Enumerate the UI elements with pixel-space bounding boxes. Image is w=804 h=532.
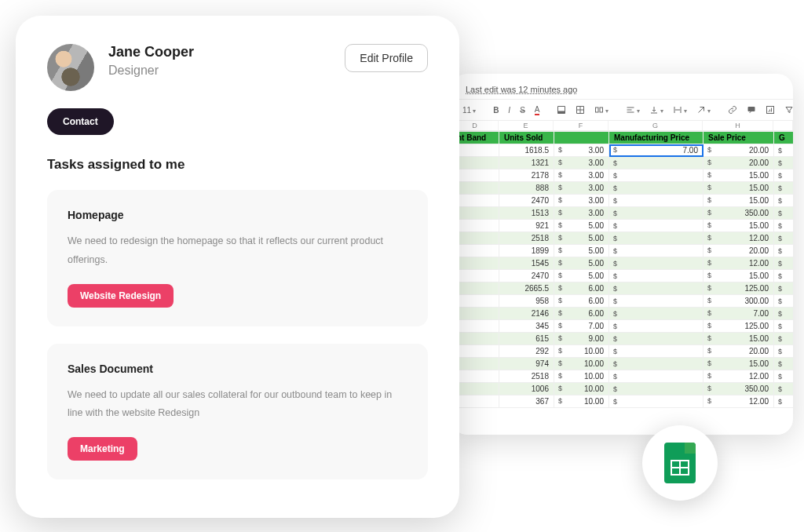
cell[interactable] [609, 395, 704, 408]
text-color-icon[interactable]: A [532, 104, 543, 117]
strikethrough-icon[interactable]: S [517, 104, 528, 116]
cell[interactable]: 2470 [499, 195, 554, 207]
cell[interactable] [609, 320, 704, 333]
col-letter[interactable]: G [608, 121, 703, 130]
cell[interactable]: 300.00 [704, 295, 774, 308]
cell[interactable]: 10.00 [554, 395, 609, 408]
table-row[interactable]: 3457.00125.00 [452, 320, 794, 333]
table-row[interactable]: 29210.0020.00 [452, 345, 794, 358]
cell[interactable] [774, 383, 794, 395]
cell[interactable]: 615 [499, 333, 554, 345]
cell[interactable]: 125.00 [704, 320, 774, 333]
cell[interactable]: 3.00 [554, 182, 609, 195]
insert-chart-icon[interactable] [762, 104, 778, 116]
cell[interactable]: 12.00 [704, 370, 774, 383]
cell[interactable] [609, 358, 704, 370]
cell[interactable]: 1899 [499, 245, 554, 257]
comment-icon[interactable] [744, 104, 759, 116]
cell[interactable] [774, 395, 794, 408]
cell[interactable]: 350.00 [704, 383, 774, 395]
table-row[interactable]: 6159.0015.00 [452, 333, 794, 345]
h-align-icon[interactable] [623, 104, 643, 116]
table-row[interactable]: 9586.00300.00 [452, 295, 794, 308]
cell[interactable]: 20.00 [704, 144, 774, 157]
cell[interactable] [609, 207, 704, 220]
column-header[interactable]: G [774, 132, 794, 144]
cell[interactable]: 7.00 [609, 144, 704, 157]
cell[interactable]: 9.00 [554, 333, 609, 345]
v-align-icon[interactable] [646, 104, 667, 116]
cell[interactable]: 1545 [499, 257, 554, 270]
table-row[interactable]: 8883.0015.00 [452, 182, 794, 195]
column-header[interactable]: Manufacturing Price [609, 132, 704, 144]
last-edit-status[interactable]: Last edit was 12 minutes ago [451, 74, 793, 99]
contact-button[interactable]: Contact [47, 108, 114, 135]
cell[interactable] [774, 157, 794, 169]
cell[interactable] [774, 232, 794, 245]
text-wrap-icon[interactable] [670, 104, 690, 116]
cell[interactable] [609, 257, 704, 270]
fill-color-icon[interactable] [554, 104, 569, 116]
cell[interactable]: 15.00 [704, 220, 774, 232]
cell[interactable] [774, 333, 794, 345]
cell[interactable]: 12.00 [704, 257, 774, 270]
cell[interactable]: 20.00 [704, 245, 774, 257]
cell[interactable] [609, 195, 704, 207]
cell[interactable]: 345 [499, 320, 554, 333]
task-tag[interactable]: Website Redesign [68, 284, 174, 308]
table-row[interactable]: 13213.0020.00 [452, 157, 794, 169]
table-row[interactable]: 24703.0015.00 [452, 195, 794, 207]
borders-icon[interactable] [572, 104, 588, 116]
cell[interactable] [609, 383, 704, 395]
table-row[interactable]: 1618.53.007.0020.00 [452, 144, 794, 157]
cell[interactable]: 6.00 [554, 308, 609, 320]
cell[interactable]: 3.00 [554, 195, 609, 207]
cell[interactable] [609, 345, 704, 358]
cell[interactable]: 958 [499, 295, 554, 308]
cell[interactable] [774, 195, 794, 207]
cell[interactable] [774, 169, 794, 182]
cell[interactable] [774, 257, 794, 270]
table-row[interactable]: 9215.0015.00 [452, 220, 794, 232]
table-row[interactable]: 15455.0012.00 [452, 257, 794, 270]
cell[interactable] [609, 333, 704, 345]
cell[interactable] [774, 295, 794, 308]
table-row[interactable]: 21783.0015.00 [452, 169, 794, 182]
cell[interactable]: 7.00 [704, 308, 774, 320]
column-header[interactable]: Units Sold [499, 132, 554, 144]
task-tag[interactable]: Marketing [68, 437, 137, 461]
table-row[interactable]: 24705.0015.00 [452, 270, 794, 282]
cell[interactable]: 125.00 [704, 282, 774, 295]
link-icon[interactable] [725, 104, 740, 116]
cell[interactable]: 2178 [499, 169, 554, 182]
cell[interactable] [609, 282, 704, 295]
cell[interactable]: 974 [499, 358, 554, 370]
cell[interactable]: 1321 [499, 157, 554, 169]
merge-cells-icon[interactable] [591, 104, 612, 116]
edit-profile-button[interactable]: Edit Profile [345, 44, 428, 72]
cell[interactable]: 10.00 [554, 383, 609, 395]
cell[interactable]: 2518 [499, 232, 554, 245]
cell[interactable]: 5.00 [554, 245, 609, 257]
cell[interactable]: 15.00 [704, 169, 774, 182]
cell[interactable] [774, 282, 794, 295]
cell[interactable]: 7.00 [554, 320, 609, 333]
cell[interactable]: 1618.5 [499, 144, 554, 157]
cell[interactable]: 2518 [499, 370, 554, 383]
table-row[interactable]: 18995.0020.00 [452, 245, 794, 257]
cell[interactable] [774, 182, 794, 195]
cell[interactable]: 1513 [499, 207, 554, 220]
table-row[interactable]: 36710.0012.00 [452, 395, 794, 408]
cell[interactable]: 2146 [499, 308, 554, 320]
table-row[interactable]: 25185.0012.00 [452, 232, 794, 245]
cell[interactable]: 15.00 [704, 333, 774, 345]
cell[interactable] [609, 308, 704, 320]
cell[interactable] [609, 295, 704, 308]
cell[interactable] [774, 370, 794, 383]
cell[interactable]: 5.00 [554, 232, 609, 245]
cell[interactable]: 1006 [499, 383, 554, 395]
cell[interactable]: 10.00 [554, 358, 609, 370]
cell[interactable]: 12.00 [704, 395, 774, 408]
cell[interactable]: 15.00 [704, 358, 774, 370]
google-sheets-badge[interactable] [642, 425, 718, 501]
